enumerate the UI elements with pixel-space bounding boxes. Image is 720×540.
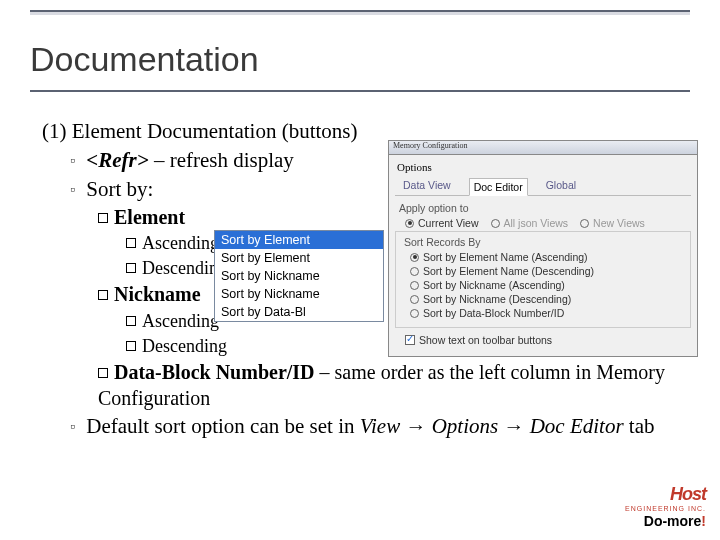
dropdown-item[interactable]: Sort by Element — [215, 231, 383, 249]
radio-label: New Views — [593, 217, 645, 229]
bullet-marker: ▫ — [70, 181, 75, 199]
radio-sort-nick-desc[interactable] — [410, 295, 419, 304]
radio-new-views[interactable] — [580, 219, 589, 228]
radio-label: All json Views — [504, 217, 569, 229]
checkbox-show-text[interactable] — [405, 335, 415, 345]
sort-dropdown[interactable]: Sort by Element Sort by Element Sort by … — [214, 230, 384, 322]
square-bullet-icon — [126, 316, 136, 326]
nickname-label: Nickname — [114, 283, 201, 305]
sortby-label: Sort by: — [86, 177, 153, 201]
checkbox-label: Show text on toolbar buttons — [419, 334, 552, 346]
dropdown-item[interactable]: Sort by Nickname — [215, 285, 383, 303]
bullet-marker: ▫ — [70, 152, 75, 170]
square-bullet-icon — [98, 290, 108, 300]
radio-sort-elem-desc[interactable] — [410, 267, 419, 276]
apply-label: Apply option to — [399, 202, 691, 214]
dropdown-item[interactable]: Sort by Nickname — [215, 267, 383, 285]
logo-excl: ! — [701, 513, 706, 529]
options-dialog-wrap: Memory Configuration Options Data View D… — [388, 140, 698, 357]
square-bullet-icon — [126, 263, 136, 273]
radio-label: Sort by Data-Block Number/ID — [423, 307, 564, 319]
arrow-1: → — [400, 414, 432, 438]
dialog-tabs: Data View Doc Editor Global — [395, 177, 691, 196]
dropdown-item[interactable]: Sort by Element — [215, 249, 383, 267]
logo: Host ENGINEERING INC. Do-more! — [625, 484, 706, 530]
tab-global[interactable]: Global — [542, 177, 580, 195]
default-sort-pre: Default sort option can be set in — [86, 414, 360, 438]
dropdown-item[interactable]: Sort by Data-Bl — [215, 303, 383, 321]
view-word: View — [360, 414, 400, 438]
tab-word: tab — [624, 414, 655, 438]
asc-label-2: Ascending — [142, 311, 219, 331]
arrow-2: → — [498, 414, 530, 438]
bullet-default-sort: ▫ Default sort option can be set in View… — [70, 413, 700, 440]
radio-label: Sort by Element Name (Ascending) — [423, 251, 588, 263]
radio-label: Current View — [418, 217, 479, 229]
page-title: Documentation — [30, 40, 259, 79]
options-word: Options — [432, 414, 499, 438]
bullet-datablock: Data-Block Number/ID – same order as the… — [98, 360, 700, 411]
apply-row: Current View All json Views New Views — [405, 217, 691, 229]
refr-text: – refresh display — [149, 148, 294, 172]
desc-label-2: Descending — [142, 336, 227, 356]
radio-sort-datablock[interactable] — [410, 309, 419, 318]
logo-domore: Do-more — [644, 513, 702, 529]
radio-label: Sort by Element Name (Descending) — [423, 265, 594, 277]
title-rule — [30, 90, 690, 92]
logo-eng: ENGINEERING INC. — [625, 505, 706, 512]
tab-data-view[interactable]: Data View — [399, 177, 455, 195]
tab-doc-editor[interactable]: Doc Editor — [469, 178, 528, 196]
refr-code: <Refr> — [86, 148, 148, 172]
radio-current-view[interactable] — [405, 219, 414, 228]
options-dialog: Options Data View Doc Editor Global Appl… — [388, 154, 698, 357]
square-bullet-icon — [126, 341, 136, 351]
element-label: Element — [114, 206, 185, 228]
datablock-bold: Data-Block Number/ID — [114, 361, 315, 383]
window-titlebar: Memory Configuration — [388, 140, 698, 154]
square-bullet-icon — [98, 368, 108, 378]
doc-editor-word: Doc Editor — [530, 414, 624, 438]
bullet-marker: ▫ — [70, 418, 75, 436]
radio-sort-elem-asc[interactable] — [410, 253, 419, 262]
asc-label: Ascending — [142, 233, 219, 253]
radio-sort-nick-asc[interactable] — [410, 281, 419, 290]
radio-label: Sort by Nickname (Ascending) — [423, 279, 565, 291]
logo-host: Host — [670, 484, 706, 504]
square-bullet-icon — [98, 213, 108, 223]
radio-label: Sort by Nickname (Descending) — [423, 293, 571, 305]
radio-all-views[interactable] — [491, 219, 500, 228]
sort-label: Sort Records By — [404, 236, 686, 248]
square-bullet-icon — [126, 238, 136, 248]
top-rule — [30, 10, 690, 15]
sort-fieldset: Sort Records By Sort by Element Name (As… — [395, 231, 691, 328]
dialog-title: Options — [395, 159, 691, 177]
